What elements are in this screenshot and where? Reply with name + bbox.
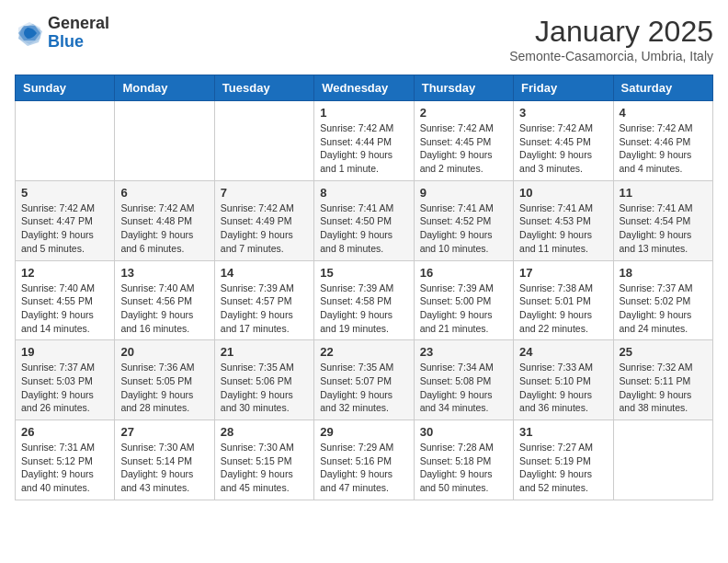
day-number: 1 [320,106,407,120]
calendar-cell: 8Sunrise: 7:41 AM Sunset: 4:50 PM Daylig… [314,180,414,260]
day-number: 30 [420,425,507,439]
day-info: Sunrise: 7:41 AM Sunset: 4:52 PM Dayligh… [420,201,507,256]
logo-blue-text: Blue [48,33,109,52]
day-number: 16 [420,266,507,280]
calendar-week-row: 1Sunrise: 7:42 AM Sunset: 4:44 PM Daylig… [16,101,713,181]
calendar-cell: 20Sunrise: 7:36 AM Sunset: 5:05 PM Dayli… [115,340,214,420]
day-number: 14 [221,266,308,280]
day-info: Sunrise: 7:42 AM Sunset: 4:49 PM Dayligh… [221,201,308,256]
day-number: 29 [320,425,407,439]
calendar-cell: 24Sunrise: 7:33 AM Sunset: 5:10 PM Dayli… [514,340,613,420]
day-number: 19 [21,345,108,359]
calendar-week-row: 12Sunrise: 7:40 AM Sunset: 4:55 PM Dayli… [16,260,713,340]
day-info: Sunrise: 7:42 AM Sunset: 4:45 PM Dayligh… [420,121,507,176]
calendar-cell: 29Sunrise: 7:29 AM Sunset: 5:16 PM Dayli… [314,420,414,500]
day-info: Sunrise: 7:30 AM Sunset: 5:15 PM Dayligh… [221,441,308,495]
day-info: Sunrise: 7:35 AM Sunset: 5:06 PM Dayligh… [221,361,308,415]
calendar-cell: 15Sunrise: 7:39 AM Sunset: 4:58 PM Dayli… [314,260,414,340]
day-info: Sunrise: 7:42 AM Sunset: 4:44 PM Dayligh… [320,121,407,176]
calendar-cell: 18Sunrise: 7:37 AM Sunset: 5:02 PM Dayli… [613,260,712,340]
weekday-header-tuesday: Tuesday [214,75,313,101]
day-info: Sunrise: 7:28 AM Sunset: 5:18 PM Dayligh… [420,441,507,495]
weekday-header-saturday: Saturday [613,75,712,101]
day-number: 13 [120,266,208,280]
day-info: Sunrise: 7:40 AM Sunset: 4:55 PM Dayligh… [21,282,108,336]
calendar-cell: 14Sunrise: 7:39 AM Sunset: 4:57 PM Dayli… [214,260,313,340]
day-number: 11 [620,186,707,200]
weekday-header-friday: Friday [514,75,613,101]
calendar-cell [115,101,214,181]
day-info: Sunrise: 7:33 AM Sunset: 5:10 PM Dayligh… [519,361,607,415]
day-info: Sunrise: 7:32 AM Sunset: 5:11 PM Dayligh… [620,361,707,415]
day-info: Sunrise: 7:29 AM Sunset: 5:16 PM Dayligh… [320,441,407,495]
weekday-header-row: SundayMondayTuesdayWednesdayThursdayFrid… [16,75,713,101]
day-number: 31 [519,425,607,439]
day-info: Sunrise: 7:39 AM Sunset: 5:00 PM Dayligh… [420,282,507,336]
day-info: Sunrise: 7:39 AM Sunset: 4:58 PM Dayligh… [320,282,407,336]
day-number: 7 [221,186,308,200]
day-number: 8 [320,186,407,200]
calendar-cell: 2Sunrise: 7:42 AM Sunset: 4:45 PM Daylig… [414,101,513,181]
weekday-header-wednesday: Wednesday [314,75,414,101]
day-info: Sunrise: 7:27 AM Sunset: 5:19 PM Dayligh… [519,441,607,495]
day-info: Sunrise: 7:40 AM Sunset: 4:56 PM Dayligh… [120,282,208,336]
calendar-cell [214,101,313,181]
weekday-header-sunday: Sunday [16,75,115,101]
calendar-cell: 3Sunrise: 7:42 AM Sunset: 4:45 PM Daylig… [514,101,613,181]
day-number: 5 [21,186,108,200]
day-info: Sunrise: 7:35 AM Sunset: 5:07 PM Dayligh… [320,361,407,415]
day-info: Sunrise: 7:37 AM Sunset: 5:02 PM Dayligh… [620,282,707,336]
logo-general-text: General [48,15,109,33]
calendar-cell: 12Sunrise: 7:40 AM Sunset: 4:55 PM Dayli… [16,260,115,340]
calendar-week-row: 5Sunrise: 7:42 AM Sunset: 4:47 PM Daylig… [16,180,713,260]
day-info: Sunrise: 7:38 AM Sunset: 5:01 PM Dayligh… [519,282,607,336]
location-subtitle: Semonte-Casamorcia, Umbria, Italy [509,49,713,63]
day-info: Sunrise: 7:42 AM Sunset: 4:47 PM Dayligh… [21,201,108,256]
calendar-cell: 4Sunrise: 7:42 AM Sunset: 4:46 PM Daylig… [613,101,712,181]
calendar-cell [16,101,115,181]
day-number: 28 [221,425,308,439]
day-info: Sunrise: 7:42 AM Sunset: 4:45 PM Dayligh… [519,121,607,176]
logo: General Blue [15,15,109,52]
calendar-cell: 16Sunrise: 7:39 AM Sunset: 5:00 PM Dayli… [414,260,513,340]
day-number: 22 [320,345,407,359]
day-number: 3 [519,106,607,120]
day-info: Sunrise: 7:34 AM Sunset: 5:08 PM Dayligh… [420,361,507,415]
calendar-week-row: 26Sunrise: 7:31 AM Sunset: 5:12 PM Dayli… [16,420,713,500]
day-info: Sunrise: 7:42 AM Sunset: 4:46 PM Dayligh… [620,121,707,176]
calendar-week-row: 19Sunrise: 7:37 AM Sunset: 5:03 PM Dayli… [16,340,713,420]
calendar-cell: 13Sunrise: 7:40 AM Sunset: 4:56 PM Dayli… [115,260,214,340]
weekday-header-monday: Monday [115,75,214,101]
calendar-cell: 17Sunrise: 7:38 AM Sunset: 5:01 PM Dayli… [514,260,613,340]
day-info: Sunrise: 7:42 AM Sunset: 4:48 PM Dayligh… [120,201,208,256]
day-info: Sunrise: 7:37 AM Sunset: 5:03 PM Dayligh… [21,361,108,415]
day-number: 24 [519,345,607,359]
day-number: 12 [21,266,108,280]
calendar-cell: 9Sunrise: 7:41 AM Sunset: 4:52 PM Daylig… [414,180,513,260]
day-number: 4 [620,106,707,120]
day-info: Sunrise: 7:30 AM Sunset: 5:14 PM Dayligh… [120,441,208,495]
day-number: 23 [420,345,507,359]
calendar-cell: 10Sunrise: 7:41 AM Sunset: 4:53 PM Dayli… [514,180,613,260]
month-title: January 2025 [509,15,713,49]
day-info: Sunrise: 7:39 AM Sunset: 4:57 PM Dayligh… [221,282,308,336]
day-number: 9 [420,186,507,200]
calendar-cell: 21Sunrise: 7:35 AM Sunset: 5:06 PM Dayli… [214,340,313,420]
day-number: 18 [620,266,707,280]
day-info: Sunrise: 7:41 AM Sunset: 4:50 PM Dayligh… [320,201,407,256]
weekday-header-thursday: Thursday [414,75,513,101]
title-area: January 2025 Semonte-Casamorcia, Umbria,… [509,15,713,63]
calendar-cell [613,420,712,500]
calendar-cell: 5Sunrise: 7:42 AM Sunset: 4:47 PM Daylig… [16,180,115,260]
header: General Blue January 2025 Semonte-Casamo… [15,15,713,63]
day-number: 25 [620,345,707,359]
day-number: 15 [320,266,407,280]
day-info: Sunrise: 7:41 AM Sunset: 4:54 PM Dayligh… [620,201,707,256]
day-number: 2 [420,106,507,120]
calendar-cell: 30Sunrise: 7:28 AM Sunset: 5:18 PM Dayli… [414,420,513,500]
day-number: 20 [120,345,208,359]
calendar-cell: 26Sunrise: 7:31 AM Sunset: 5:12 PM Dayli… [16,420,115,500]
calendar-cell: 22Sunrise: 7:35 AM Sunset: 5:07 PM Dayli… [314,340,414,420]
calendar-cell: 23Sunrise: 7:34 AM Sunset: 5:08 PM Dayli… [414,340,513,420]
day-info: Sunrise: 7:36 AM Sunset: 5:05 PM Dayligh… [120,361,208,415]
